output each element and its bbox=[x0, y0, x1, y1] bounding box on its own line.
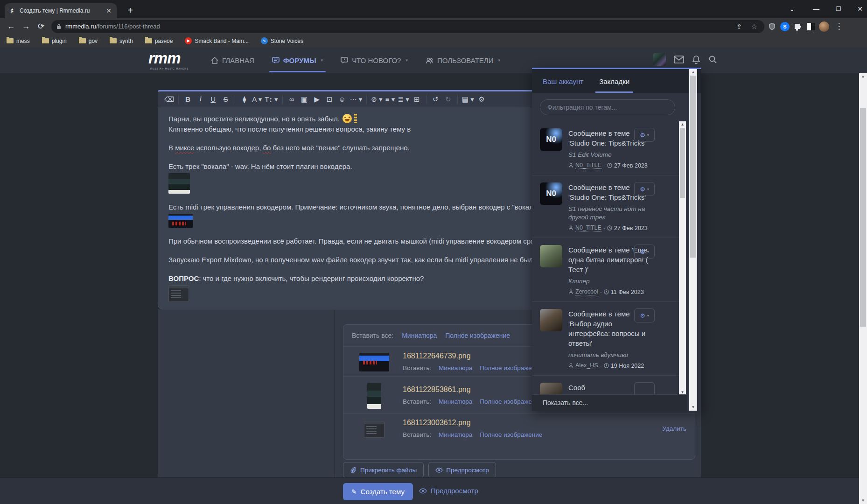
export-dialog-thumbnail[interactable] bbox=[168, 285, 189, 302]
bookmark-options-button[interactable]: ⚙▾ bbox=[634, 308, 655, 322]
tag-filter-input[interactable] bbox=[540, 99, 675, 115]
preview-bottom-link[interactable]: Предпросмотр bbox=[419, 487, 478, 495]
redo-icon[interactable]: ↻ bbox=[442, 93, 454, 105]
bookmark-item[interactable]: Сообщение в теме 'Выбор аудио интерфейса… bbox=[532, 302, 679, 376]
bookmark-user[interactable]: N0_TiTLE bbox=[575, 224, 601, 231]
avatar[interactable]: N0 bbox=[540, 128, 562, 151]
scroll-up-icon[interactable]: ▲ bbox=[689, 69, 697, 76]
reload-button[interactable]: ⟳ bbox=[34, 21, 49, 31]
bookmark-folder-plugin[interactable]: plugin bbox=[42, 38, 67, 44]
tab-close-icon[interactable]: ✕ bbox=[105, 7, 113, 15]
site-logo[interactable]: rmm bbox=[148, 49, 181, 67]
panel-scrollbar[interactable]: ▲ ▼ bbox=[689, 69, 697, 411]
insert-all-full-image-link[interactable]: Полное изображение bbox=[445, 332, 510, 339]
bookmark-options-button[interactable] bbox=[634, 382, 655, 396]
more-options-icon[interactable]: ⋯ ▾ bbox=[349, 93, 364, 105]
window-close-button[interactable]: ✕ bbox=[849, 0, 867, 18]
attachment-filename[interactable]: 1681122646739.png bbox=[403, 352, 542, 360]
bookmark-item[interactable]: N0 Сообщение в теме 'Studio One: Tips&Tr… bbox=[532, 121, 679, 175]
alignment-icon[interactable]: ≡ ▾ bbox=[384, 93, 397, 105]
share-icon[interactable]: ⇪ bbox=[734, 23, 745, 30]
insert-thumbnail-link[interactable]: Миниатюра bbox=[439, 364, 472, 371]
bookmark-folder-raznoe[interactable]: разное bbox=[145, 38, 173, 44]
text-color-icon[interactable]: ⧫ bbox=[238, 93, 251, 105]
drafts-icon[interactable]: ▤ ▾ bbox=[461, 93, 475, 105]
attach-files-button[interactable]: Прикрепить файлы bbox=[343, 462, 424, 478]
insert-video-icon[interactable]: ▶ bbox=[311, 93, 323, 105]
shazam-extension-icon[interactable]: S bbox=[779, 21, 790, 32]
remove-format-icon[interactable]: ⌫ bbox=[163, 93, 175, 105]
bookmark-folder-mess[interactable]: mess bbox=[7, 38, 30, 44]
midi-track-thumbnail[interactable] bbox=[168, 214, 193, 228]
bold-icon[interactable]: B bbox=[182, 93, 194, 105]
scroll-up-icon[interactable]: ▲ bbox=[859, 73, 867, 80]
underline-icon[interactable]: U bbox=[207, 93, 219, 105]
browser-menu-icon[interactable]: ⋮ bbox=[832, 21, 846, 31]
bookmark-item[interactable]: Сооб bbox=[532, 376, 679, 396]
delete-attachment-link[interactable]: Удалить bbox=[662, 425, 686, 432]
bookmark-smack-band[interactable]: ▶Smack Band - Mam... bbox=[185, 37, 248, 44]
avatar[interactable]: N0 bbox=[540, 182, 562, 205]
insert-thumbnail-link[interactable]: Миниатюра bbox=[439, 398, 472, 405]
browser-tab[interactable]: ♯ Создать тему | Rmmedia.ru ✕ bbox=[5, 3, 117, 18]
avatar[interactable] bbox=[540, 309, 562, 331]
bookmark-folder-gov[interactable]: gov bbox=[79, 38, 98, 44]
list-scrollbar[interactable]: ▲ ▼ bbox=[679, 121, 686, 396]
insert-media-icon[interactable]: ⊡ bbox=[323, 93, 336, 105]
bookmark-item[interactable]: Сообщение в теме 'Еще одна битва лимитер… bbox=[532, 238, 679, 302]
new-tab-button[interactable]: + bbox=[124, 5, 136, 17]
vocoder-plugin-thumbnail[interactable] bbox=[168, 173, 190, 194]
window-restore-button[interactable]: ❐ bbox=[828, 0, 849, 18]
forward-button[interactable]: → bbox=[19, 22, 34, 31]
attachment-thumbnail[interactable] bbox=[364, 421, 385, 438]
darkreader-extension-icon[interactable] bbox=[805, 21, 817, 32]
nav-home[interactable]: ГЛАВНАЯ bbox=[211, 56, 254, 64]
tab-bookmarks[interactable]: Закладки bbox=[599, 77, 629, 85]
insert-table-icon[interactable]: ⊞ bbox=[411, 93, 423, 105]
user-avatar[interactable] bbox=[653, 53, 666, 66]
bookmark-options-button[interactable]: ⚙▾ bbox=[634, 245, 655, 259]
insert-thumbnail-link[interactable]: Миниатюра bbox=[439, 431, 472, 438]
address-bar[interactable]: rmmedia.ru/forums/116/post-thread ⇪ ☆ bbox=[51, 20, 764, 33]
extensions-puzzle-icon[interactable] bbox=[792, 21, 804, 32]
avatar[interactable] bbox=[540, 383, 562, 396]
window-minimize-button[interactable]: — bbox=[805, 0, 827, 18]
browser-profile-avatar[interactable] bbox=[818, 21, 830, 32]
insert-full-image-link[interactable]: Полное изображение bbox=[480, 431, 542, 438]
window-menu-button[interactable]: ⌄ bbox=[781, 0, 803, 18]
italic-icon[interactable]: I bbox=[194, 93, 207, 105]
bookmark-stone-voices[interactable]: ∿Stone Voices bbox=[261, 37, 303, 44]
nav-whats-new[interactable]: ЧТО НОВОГО? ▾ bbox=[341, 56, 408, 64]
scroll-down-icon[interactable]: ▼ bbox=[859, 497, 867, 504]
attachment-filename[interactable]: 1681122853861.png bbox=[403, 385, 542, 394]
insert-all-thumbnail-link[interactable]: Миниатюра bbox=[402, 332, 437, 339]
strikethrough-icon[interactable]: S bbox=[219, 93, 232, 105]
bookmark-item[interactable]: N0 Сообщение в теме 'Studio One: Tips&Tr… bbox=[532, 175, 679, 238]
bookmark-options-button[interactable]: ⚙▾ bbox=[634, 128, 655, 142]
search-icon[interactable] bbox=[708, 55, 717, 64]
inbox-envelope-icon[interactable] bbox=[674, 56, 684, 63]
editor-settings-gear-icon[interactable]: ⚙ bbox=[475, 93, 488, 105]
avatar[interactable] bbox=[540, 245, 562, 267]
scroll-up-icon[interactable]: ▲ bbox=[679, 121, 686, 128]
bookmark-star-icon[interactable]: ☆ bbox=[748, 23, 760, 30]
attachment-thumbnail[interactable] bbox=[367, 383, 381, 409]
undo-icon[interactable]: ↺ bbox=[429, 93, 442, 105]
nav-forums[interactable]: ФОРУМЫ ▾ bbox=[272, 56, 323, 64]
bookmark-user[interactable]: N0_TiTLE bbox=[575, 162, 601, 169]
bookmark-user[interactable]: Alex_HS bbox=[575, 362, 598, 369]
create-thread-button[interactable]: ✎ Создать тему bbox=[343, 483, 413, 500]
bookmark-folder-synth[interactable]: synth bbox=[110, 38, 133, 44]
attachment-filename[interactable]: 1681123003612.png bbox=[403, 419, 542, 427]
bookmark-user[interactable]: Zerocool bbox=[575, 288, 598, 295]
attachment-thumbnail[interactable] bbox=[359, 353, 389, 371]
preview-button[interactable]: Предпросмотр bbox=[428, 462, 496, 478]
scroll-down-icon[interactable]: ▼ bbox=[689, 404, 697, 411]
alerts-bell-icon[interactable] bbox=[692, 55, 700, 64]
insert-link-icon[interactable]: ∞ bbox=[286, 93, 298, 105]
list-icon[interactable]: ≣ ▾ bbox=[397, 93, 411, 105]
font-family-icon[interactable]: A ▾ bbox=[251, 93, 263, 105]
tab-your-account[interactable]: Ваш аккаунт bbox=[543, 77, 583, 85]
smilies-icon[interactable]: ☺ bbox=[336, 93, 349, 105]
bookmark-options-button[interactable]: ⚙▾ bbox=[634, 182, 655, 196]
